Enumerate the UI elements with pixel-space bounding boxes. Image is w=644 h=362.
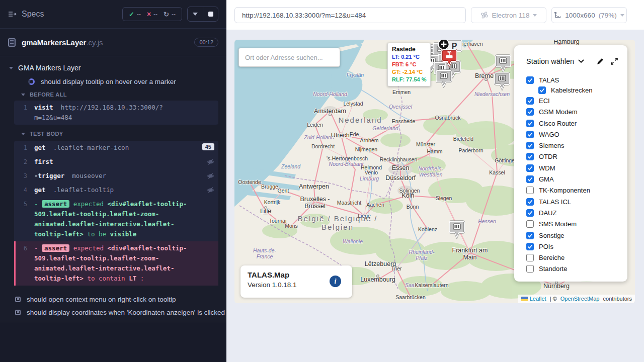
checkbox-checked[interactable]	[526, 108, 534, 116]
station-marker-icon[interactable]	[494, 71, 510, 93]
pending-test-row[interactable]: should display coordinates when 'Koordin…	[0, 306, 226, 319]
checkbox-checked[interactable]	[526, 131, 534, 138]
pending-test-row[interactable]: should open context menu on right-click …	[0, 293, 226, 306]
station-filter-row[interactable]: TK-Komponenten	[526, 185, 627, 196]
checkbox-checked[interactable]	[526, 142, 534, 149]
tooltip-row-value: 0.21 °C	[401, 54, 420, 60]
checkbox-checked[interactable]	[526, 120, 534, 127]
runner-topbar: Electron 118 1000x660 (79%)	[226, 0, 644, 30]
test-body-toggle[interactable]: TEST BODY	[0, 128, 226, 140]
refresh-icon: ↻	[164, 11, 169, 18]
station-filter-list: TALASKabelstreckenECIGSM ModemCisco Rout…	[526, 74, 627, 275]
command-name: -trigger	[34, 172, 64, 179]
browser-select[interactable]: Electron 118	[471, 7, 546, 23]
stop-button[interactable]	[203, 7, 218, 21]
station-filter-label: WAGO	[539, 131, 559, 138]
checkbox-checked[interactable]	[538, 86, 546, 94]
stop-icon	[208, 12, 213, 17]
station-filter-row[interactable]: Bereiche	[526, 252, 627, 263]
tooltip-title: Rastede	[392, 46, 426, 53]
spec-file-row[interactable]: gmaMarkersLayer.cy.js 00:12	[0, 29, 226, 56]
command-row[interactable]: 3-trigger mouseover	[14, 169, 218, 183]
osm-link[interactable]: OpenStreetMap	[560, 296, 600, 302]
viewport-select[interactable]: 1000x660 (79%)	[551, 7, 627, 23]
command-row[interactable]: 4get .leaflet-tooltip	[14, 183, 218, 197]
checkbox-unchecked[interactable]	[526, 187, 534, 194]
checkbox-checked[interactable]	[526, 97, 534, 105]
station-filter-row[interactable]: Cisco Router	[526, 118, 627, 129]
stat-failed: ×--	[147, 10, 157, 18]
checkbox-checked[interactable]	[526, 76, 534, 84]
checkbox-checked[interactable]	[526, 243, 534, 250]
station-filter-row[interactable]: TALAS	[526, 74, 627, 85]
command-row[interactable]: 1visit http://192.168.10.33:3000/?m=12&u…	[14, 101, 218, 125]
station-filter-label: ECI	[539, 97, 550, 105]
url-bar[interactable]	[234, 7, 466, 23]
checkbox-checked[interactable]	[526, 153, 534, 160]
command-text: first	[34, 157, 213, 167]
panel-header: Station wählen	[526, 57, 627, 65]
url-input[interactable]	[242, 12, 458, 19]
collapse-button[interactable]	[188, 7, 203, 21]
command-name: first	[34, 158, 53, 165]
checkbox-checked[interactable]	[526, 209, 534, 217]
station-filter-row[interactable]: Sonstige	[526, 230, 627, 241]
checkbox-unchecked[interactable]	[526, 254, 534, 261]
station-filter-row[interactable]: TALAS ICL	[526, 196, 627, 207]
station-filter-row[interactable]: Standorte	[526, 263, 627, 275]
station-filter-row[interactable]: WDM	[526, 162, 627, 173]
station-filter-row[interactable]: GSM Modem	[526, 107, 627, 118]
station-filter-row[interactable]: SMS Modem	[526, 219, 627, 230]
fullscreen-icon[interactable]	[610, 57, 618, 65]
leaflet-link[interactable]: Leaflet	[530, 296, 546, 302]
tooltip-row: FBT: 6 °C	[392, 61, 426, 68]
station-filter-row[interactable]: POIs	[526, 241, 627, 252]
map-search-box[interactable]	[238, 48, 340, 67]
command-number: 6	[16, 243, 34, 253]
check-icon: ✓	[129, 11, 134, 18]
version-card: TALAS.Map Version 1.0.18.1 i	[240, 265, 352, 298]
command-row[interactable]: 5- assert expected <div#leaflet-tooltip-…	[14, 197, 218, 241]
station-filter-row[interactable]: OTDR	[526, 151, 627, 162]
station-filter-row[interactable]: Siemens	[526, 140, 627, 151]
command-number: 2	[14, 157, 34, 167]
checkbox-checked[interactable]	[526, 232, 534, 239]
checkbox-checked[interactable]	[526, 175, 534, 183]
leaflet-flag-icon	[521, 297, 528, 301]
before-all-toggle[interactable]: BEFORE ALL	[0, 88, 226, 101]
station-filter-row[interactable]: DAUZ	[526, 207, 627, 218]
checkbox-unchecked[interactable]	[526, 220, 534, 228]
suite-toggle[interactable]: GMA Markers Layer	[0, 61, 226, 74]
specs-list-icon[interactable]	[8, 11, 17, 18]
spec-file-name: gmaMarkersLayer.cy.js	[22, 38, 103, 47]
command-row[interactable]: 1get .leaflet-marker-icon45	[14, 141, 218, 155]
chevron-down-icon[interactable]	[578, 59, 584, 63]
info-icon[interactable]: i	[330, 276, 341, 287]
station-filter-row[interactable]: ECI	[526, 95, 627, 106]
station-marker-icon[interactable]	[449, 220, 465, 241]
map-viewport[interactable]: FryslânZeelandNoord-HollandOverijsselGel…	[234, 40, 635, 303]
checkbox-checked[interactable]	[526, 198, 534, 206]
marker-tooltip: Rastede LT: 0.21 °CFBT: 6 °CGT: -2.14 °C…	[387, 43, 431, 86]
test-icon	[15, 297, 21, 302]
command-number: 4	[14, 185, 34, 195]
command-number: 5	[14, 199, 34, 209]
command-count-badge: 45	[202, 143, 214, 150]
search-input[interactable]	[245, 54, 334, 61]
command-text: - assert expected <div#leaflet-tooltip-5…	[34, 243, 213, 284]
checkbox-checked[interactable]	[526, 164, 534, 172]
command-row[interactable]: 2first	[14, 155, 218, 169]
station-filter-row[interactable]: GMA	[526, 173, 627, 185]
edit-pencil-icon[interactable]	[596, 57, 604, 65]
assert-badge: assert	[42, 244, 69, 252]
attribution-suffix: contributors	[601, 296, 632, 302]
active-test-row[interactable]: should display tooltip on hover over a m…	[0, 74, 226, 88]
station-marker-icon[interactable]	[436, 69, 452, 90]
command-text: - assert expected <div#leaflet-tooltip-5…	[34, 199, 213, 239]
alarm-marker-icon[interactable]	[441, 48, 457, 69]
station-filter-row[interactable]: Kabelstrecken	[526, 85, 627, 95]
command-row[interactable]: 6- assert expected <div#leaflet-tooltip-…	[14, 241, 218, 286]
checkbox-unchecked[interactable]	[526, 265, 534, 273]
station-filter-row[interactable]: WAGO	[526, 129, 627, 140]
attribution-separator: | ©	[548, 296, 558, 302]
